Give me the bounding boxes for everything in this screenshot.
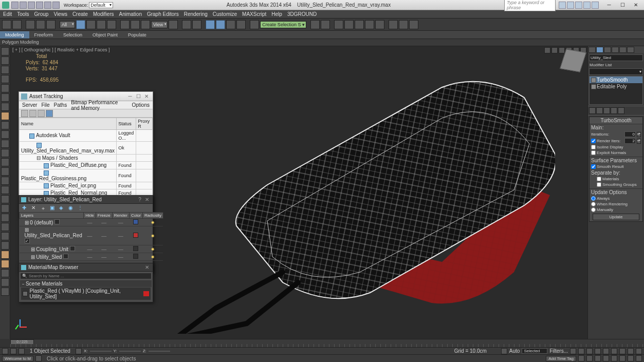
lt-icon-2[interactable] (1, 56, 9, 65)
asset-row[interactable]: Plastic_Red_ior.pngFound (20, 182, 153, 189)
asset-menu-options[interactable]: Options (132, 102, 150, 108)
tb-select-icon[interactable] (76, 20, 85, 29)
ribbon-tab-freeform[interactable]: Freeform (29, 31, 59, 39)
tb-layers-icon[interactable] (334, 20, 343, 29)
viewport-label[interactable]: [ + ] [ Orthographic ] [ Realistic + Edg… (12, 47, 110, 52)
smooth-result-checkbox[interactable] (591, 164, 596, 169)
nav-orbit-icon[interactable] (595, 355, 601, 361)
render-iters-input[interactable]: 2 (624, 138, 636, 144)
tb-render-setup-icon[interactable] (389, 20, 398, 29)
asset-tb-icon[interactable] (38, 110, 45, 117)
tb-render-icon[interactable] (409, 20, 418, 29)
col-render[interactable]: Render (112, 213, 129, 219)
lt-icon-23[interactable] (1, 251, 9, 259)
nav-max-icon[interactable] (603, 355, 609, 361)
lt-icon-24[interactable] (1, 260, 9, 268)
col-radiosity[interactable]: Radiosity (143, 213, 163, 219)
tb-manipulate-icon[interactable] (182, 20, 191, 29)
col-freeze[interactable]: Freeze (96, 213, 112, 219)
tb-unlink-icon[interactable] (36, 20, 45, 29)
coord-lock-icon[interactable] (76, 348, 82, 354)
vp-strip-icon[interactable] (544, 47, 550, 53)
lt-icon-3[interactable] (1, 66, 9, 74)
key-filters-button[interactable]: Filters... (549, 348, 568, 354)
qat-new-icon[interactable] (11, 2, 19, 9)
asset-menu-file[interactable]: File (41, 102, 49, 108)
nav-pan-icon[interactable] (586, 355, 593, 361)
tb-snap-icon[interactable] (206, 20, 215, 29)
sep-materials-checkbox[interactable] (597, 177, 601, 181)
col-layers[interactable]: Layers (20, 213, 84, 219)
lt-icon-4[interactable] (1, 75, 9, 83)
panel-minimize-button[interactable]: ─ (126, 93, 134, 99)
maxscript-mini-listener[interactable]: Welcome to M (2, 356, 33, 361)
lt-icon-14[interactable] (1, 167, 9, 176)
layer-row[interactable]: ⊞ Coupling_Unit ———✷ (20, 245, 163, 253)
modifier-list-dropdown[interactable] (589, 68, 643, 75)
update-rendering-radio[interactable] (591, 202, 596, 206)
col-hide[interactable]: Hide (84, 213, 96, 219)
menu-customize[interactable]: Customize (213, 11, 237, 17)
vp-strip-icon[interactable] (559, 47, 565, 53)
layer-row[interactable]: ⊞ 0 (default) ———✷ (20, 219, 163, 226)
nav-zoomall-icon[interactable] (619, 348, 625, 354)
col-proxy[interactable]: Proxy R (136, 118, 153, 130)
nav-zoom-icon[interactable] (611, 348, 617, 354)
menu-views[interactable]: Views (53, 11, 67, 17)
stack-show-icon[interactable] (596, 107, 603, 114)
panel-maximize-button[interactable]: ☐ (134, 93, 142, 99)
layer-new-icon[interactable]: ✚ (22, 205, 28, 211)
asset-menu-bitmap[interactable]: Bitmap Performance and Memory (71, 100, 127, 111)
lt-icon-19[interactable] (1, 214, 9, 222)
tb-select-region-icon[interactable] (97, 20, 106, 29)
layer-add-icon[interactable]: ＋ (41, 205, 47, 211)
status-add-icon[interactable] (19, 348, 25, 354)
tab-motion-icon[interactable] (612, 47, 619, 53)
layer-select-icon[interactable]: ▣ (50, 205, 56, 211)
menu-group[interactable]: Group (34, 11, 49, 17)
lt-icon-7[interactable] (1, 103, 9, 111)
named-selection-dropdown[interactable]: Create Selection S (260, 21, 306, 28)
ref-coord-dropdown[interactable]: View (151, 21, 168, 28)
update-manually-radio[interactable] (591, 207, 596, 212)
tab-hierarchy-icon[interactable] (604, 47, 611, 53)
layer-row[interactable]: ⊞ Utility_Sled ———✷ (20, 253, 163, 261)
material-item[interactable]: Plastic_Red ( VRayMtl ) [Coupling_Unit, … (21, 288, 151, 300)
tb-edit-named-sel-icon[interactable] (250, 20, 259, 29)
tb-curve-editor-icon[interactable] (355, 20, 364, 29)
asset-row[interactable]: ⊟ Maps / Shaders (20, 155, 153, 162)
stack-pin-icon[interactable] (589, 107, 596, 114)
nav-icon[interactable] (628, 355, 634, 361)
stack-config-icon[interactable] (618, 107, 624, 114)
nav-fov-icon[interactable] (636, 348, 642, 354)
update-always-radio[interactable] (591, 196, 596, 201)
menu-modifiers[interactable]: Modifiers (93, 11, 114, 17)
panel-close-button[interactable]: ✕ (143, 197, 151, 202)
nav-icon[interactable] (611, 355, 617, 361)
lt-icon-10[interactable] (1, 130, 9, 139)
qat-redo-icon[interactable] (44, 2, 51, 9)
tb-percent-snap-icon[interactable] (226, 20, 235, 29)
isoline-checkbox[interactable] (591, 145, 596, 149)
selection-filter-dropdown[interactable]: All (60, 21, 75, 28)
qat-undo-icon[interactable] (36, 2, 43, 9)
tb-undo-icon[interactable] (2, 20, 11, 29)
tab-modify-icon[interactable] (596, 47, 603, 53)
layer-row[interactable]: ⊞ Utility_Sled_Pelican_Red ———✷ (20, 226, 163, 245)
status-script-icon[interactable] (10, 348, 16, 354)
tb-align-icon[interactable] (321, 20, 330, 29)
panel-help-button[interactable]: ? (136, 197, 143, 202)
lt-icon-13[interactable] (1, 158, 9, 166)
render-iters-checkbox[interactable] (591, 139, 596, 143)
window-close-button[interactable]: ✕ (630, 1, 642, 9)
spinner-icon[interactable]: ▴▾ (637, 139, 641, 144)
help-search-input[interactable]: Type a keyword or phrase (504, 0, 556, 11)
asset-menu-server[interactable]: Server (22, 102, 37, 108)
lt-icon-18[interactable] (1, 204, 9, 213)
nav-icon[interactable] (636, 355, 642, 361)
panel-close-button[interactable]: ✕ (142, 93, 151, 99)
material-section-header[interactable]: − Scene Materials (20, 280, 152, 287)
tb-move-icon[interactable] (120, 20, 130, 29)
layer-delete-icon[interactable]: ✕ (31, 205, 38, 211)
tb-redo-icon[interactable] (12, 20, 22, 29)
